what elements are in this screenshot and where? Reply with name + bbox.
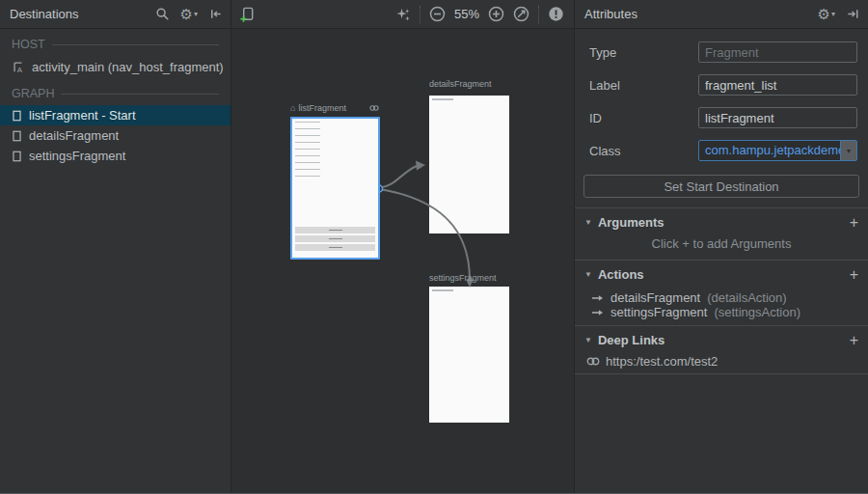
auto-arrange-icon[interactable] bbox=[394, 6, 411, 22]
action-destination: settingsFragment bbox=[610, 305, 707, 319]
hide-panel-icon[interactable] bbox=[208, 7, 223, 21]
action-edges bbox=[231, 29, 574, 494]
gear-icon[interactable]: ⚙▾ bbox=[818, 7, 835, 21]
destination-item-label: activity_main (nav_host_fragment) bbox=[32, 60, 224, 74]
node-title: settingsFragment bbox=[429, 273, 497, 283]
id-field[interactable] bbox=[698, 107, 857, 128]
set-start-destination-button[interactable]: Set Start Destination bbox=[583, 175, 859, 198]
preview-button bbox=[295, 227, 375, 233]
action-destination: detailsFragment bbox=[610, 290, 700, 305]
destinations-title: Destinations bbox=[10, 7, 79, 21]
action-id: (settingsAction) bbox=[714, 305, 800, 319]
arrowhead-icon bbox=[416, 161, 425, 171]
class-field-label: Class bbox=[589, 144, 698, 158]
toolbar-separator bbox=[538, 6, 539, 23]
hide-panel-icon[interactable] bbox=[846, 7, 860, 21]
details-fragment-node-header[interactable]: detailsFragment bbox=[429, 79, 492, 89]
node-title: detailsFragment bbox=[429, 79, 492, 89]
deep-links-title: Deep Links bbox=[598, 333, 665, 347]
collapse-triangle-icon[interactable]: ▼ bbox=[584, 336, 592, 344]
type-field[interactable] bbox=[698, 41, 857, 63]
destination-item-settings-fragment[interactable]: settingsFragment bbox=[0, 146, 231, 166]
fragment-icon bbox=[12, 150, 22, 163]
settings-fragment-node-header[interactable]: settingsFragment bbox=[429, 273, 497, 283]
destinations-header: Destinations ⚙▾ bbox=[0, 0, 231, 29]
arguments-hint: Click + to add Arguments bbox=[575, 236, 868, 260]
toolbar-separator bbox=[420, 6, 420, 23]
link-icon bbox=[586, 356, 600, 367]
label-field-row: Label bbox=[589, 69, 858, 101]
zoom-level: 55% bbox=[454, 7, 479, 21]
svg-text:A: A bbox=[17, 66, 23, 74]
type-field-row: Type bbox=[589, 36, 858, 69]
details-action-edge[interactable] bbox=[379, 166, 417, 188]
deep-links-section-header[interactable]: ▼ Deep Links + bbox=[575, 326, 868, 354]
search-icon[interactable] bbox=[155, 7, 170, 21]
class-field-row: Class com.hampu.jetpackdemo ▼ bbox=[589, 134, 858, 167]
destinations-panel: Destinations ⚙▾ HOST A activity_main (na… bbox=[0, 0, 231, 494]
actions-title: Actions bbox=[598, 267, 644, 282]
attributes-panel: Attributes ⚙▾ Type Label ID bbox=[574, 0, 868, 494]
combo-dropdown-icon[interactable]: ▼ bbox=[840, 141, 856, 160]
section-divider bbox=[575, 373, 868, 374]
gear-icon[interactable]: ⚙▾ bbox=[180, 7, 198, 21]
destination-item-label: settingsFragment bbox=[29, 149, 125, 163]
collapse-triangle-icon[interactable]: ▼ bbox=[584, 218, 592, 227]
type-field-label: Type bbox=[589, 45, 698, 60]
fragment-icon bbox=[12, 129, 22, 143]
new-destination-icon[interactable] bbox=[239, 6, 256, 23]
add-deep-link-button[interactable]: + bbox=[850, 333, 858, 348]
details-fragment-node[interactable] bbox=[429, 96, 509, 233]
arguments-section-header[interactable]: ▼ Arguments + bbox=[575, 208, 868, 236]
label-field[interactable] bbox=[698, 74, 857, 96]
list-fragment-node[interactable] bbox=[290, 117, 380, 260]
deep-link-url: https:/test.com/test2 bbox=[606, 354, 718, 369]
navigation-editor: Destinations ⚙▾ HOST A activity_main (na… bbox=[0, 0, 868, 494]
issues-icon[interactable] bbox=[548, 6, 564, 22]
actions-section-header[interactable]: ▼ Actions + bbox=[575, 261, 868, 288]
fragment-icon bbox=[12, 109, 22, 123]
class-value: com.hampu.jetpackdemo bbox=[699, 141, 840, 160]
settings-fragment-node[interactable] bbox=[429, 287, 509, 423]
id-field-label: ID bbox=[589, 111, 698, 125]
destination-item-label: detailsFragment bbox=[29, 128, 119, 143]
label-field-label: Label bbox=[589, 78, 698, 93]
zoom-in-icon[interactable] bbox=[488, 6, 504, 22]
graph-section-label: GRAPH bbox=[0, 82, 231, 105]
id-field-row: ID bbox=[589, 101, 858, 134]
start-destination-home-icon: ⌂ bbox=[290, 103, 295, 113]
activity-icon: A bbox=[12, 60, 25, 74]
arguments-title: Arguments bbox=[598, 215, 665, 230]
destination-item-list-fragment[interactable]: listFragment - Start bbox=[0, 105, 231, 125]
chevron-down-icon: ▾ bbox=[194, 10, 198, 18]
preview-text bbox=[432, 98, 453, 100]
zoom-out-icon[interactable] bbox=[429, 6, 446, 22]
action-arrow-icon bbox=[591, 293, 604, 303]
nav-graph-canvas[interactable]: ⌂ listFragment detailsFragment bbox=[231, 29, 574, 494]
node-title: listFragment bbox=[298, 103, 346, 113]
list-preview-rows bbox=[295, 122, 320, 181]
add-action-button[interactable]: + bbox=[850, 267, 858, 283]
chevron-down-icon: ▾ bbox=[831, 10, 835, 18]
action-id: (detailsAction) bbox=[707, 290, 786, 305]
preview-button bbox=[295, 244, 375, 251]
destination-item-activity-main[interactable]: A activity_main (nav_host_fragment) bbox=[0, 56, 231, 78]
collapse-triangle-icon[interactable]: ▼ bbox=[584, 270, 592, 279]
preview-button bbox=[295, 235, 375, 242]
list-fragment-node-header[interactable]: ⌂ listFragment bbox=[290, 103, 379, 113]
attributes-fields: Type Label ID Class com.hampu.jetpackdem… bbox=[575, 29, 868, 169]
destination-item-details-fragment[interactable]: detailsFragment bbox=[0, 125, 231, 146]
deep-link-badge-icon bbox=[369, 104, 379, 112]
host-section-label: HOST bbox=[0, 33, 231, 56]
add-argument-button[interactable]: + bbox=[850, 215, 858, 231]
preview-text bbox=[432, 289, 453, 291]
action-arrow-icon bbox=[591, 308, 604, 317]
class-combobox[interactable]: com.hampu.jetpackdemo ▼ bbox=[698, 140, 857, 161]
attributes-title: Attributes bbox=[584, 7, 637, 21]
destination-item-label: listFragment - Start bbox=[29, 108, 136, 123]
deep-link-item[interactable]: https:/test.com/test2 bbox=[575, 354, 868, 373]
attributes-header: Attributes ⚙▾ bbox=[575, 0, 868, 29]
action-item-settings[interactable]: settingsFragment (settingsAction) bbox=[575, 307, 868, 325]
zoom-to-fit-icon[interactable] bbox=[513, 6, 529, 22]
canvas-toolbar: 55% bbox=[231, 0, 574, 29]
